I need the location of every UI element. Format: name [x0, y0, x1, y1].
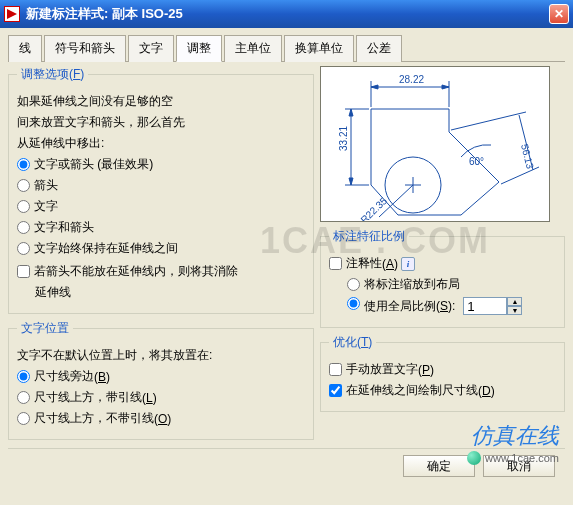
- fine-tuning-legend: 优化(T): [329, 334, 376, 351]
- text-placement-intro: 文字不在默认位置上时，将其放置在:: [17, 347, 305, 364]
- text-placement-group: 文字位置 文字不在默认位置上时，将其放置在: 尺寸线旁边(B) 尺寸线上方，带引…: [8, 320, 314, 440]
- preview-dim-left: 33.21: [338, 126, 349, 151]
- use-overall-scale-radio[interactable]: 使用全局比例(S):: [347, 297, 455, 315]
- preview-dim-diag: 56.13: [519, 143, 536, 170]
- text-over-noleader-radio[interactable]: 尺寸线上方，不带引线(O): [17, 410, 305, 427]
- tab-fit[interactable]: 调整: [176, 35, 222, 62]
- text-placement-legend: 文字位置: [17, 320, 73, 337]
- fit-radio-either[interactable]: 文字或箭头 (最佳效果): [17, 156, 305, 173]
- text-over-leader-radio[interactable]: 尺寸线上方，带引线(L): [17, 389, 305, 406]
- tab-primary-units[interactable]: 主单位: [224, 35, 282, 62]
- ok-button[interactable]: 确定: [403, 455, 475, 477]
- logo-url: www.1cae.com: [467, 451, 559, 465]
- scale-to-layout-radio[interactable]: 将标注缩放到布局: [347, 276, 556, 293]
- tab-alt-units[interactable]: 换算单位: [284, 35, 354, 62]
- scale-up-icon[interactable]: ▲: [507, 297, 522, 306]
- preview-dim-radius: R22.35: [358, 195, 389, 221]
- tab-tolerances[interactable]: 公差: [356, 35, 402, 62]
- fit-radio-text[interactable]: 文字: [17, 198, 305, 215]
- annotative-checkbox[interactable]: 注释性(A)i: [329, 255, 556, 272]
- overall-scale-input[interactable]: [463, 297, 507, 315]
- fit-suppress-arrows-line2: 延伸线: [35, 284, 305, 301]
- draw-dimline-checkbox[interactable]: 在延伸线之间绘制尺寸线(D): [329, 382, 556, 399]
- dimension-preview: 28.22 33.21 60° 56.13 R22.35: [320, 66, 550, 222]
- window-title: 新建标注样式: 副本 ISO-25: [26, 5, 549, 23]
- logo-box: 仿真在线 www.1cae.com: [467, 421, 559, 465]
- fine-tuning-group: 优化(T) 手动放置文字(P) 在延伸线之间绘制尺寸线(D): [320, 334, 565, 412]
- preview-dim-top: 28.22: [399, 74, 424, 85]
- tab-lines[interactable]: 线: [8, 35, 42, 62]
- tab-strip: 线 符号和箭头 文字 调整 主单位 换算单位 公差: [8, 34, 565, 62]
- title-bar: 新建标注样式: 副本 ISO-25 ✕: [0, 0, 573, 28]
- fit-radio-both[interactable]: 文字和箭头: [17, 219, 305, 236]
- globe-icon: [467, 451, 481, 465]
- text-beside-radio[interactable]: 尺寸线旁边(B): [17, 368, 305, 385]
- preview-dim-angle: 60°: [469, 156, 484, 167]
- close-icon[interactable]: ✕: [549, 4, 569, 24]
- fit-radio-arrows[interactable]: 箭头: [17, 177, 305, 194]
- info-icon[interactable]: i: [401, 257, 415, 271]
- scale-features-legend: 标注特征比例: [329, 228, 409, 245]
- tab-symbols-arrows[interactable]: 符号和箭头: [44, 35, 126, 62]
- fit-intro-1: 如果延伸线之间没有足够的空: [17, 93, 305, 110]
- fit-options-legend: 调整选项(F): [17, 66, 88, 83]
- scale-down-icon[interactable]: ▼: [507, 306, 522, 315]
- fit-intro-2: 间来放置文字和箭头，那么首先: [17, 114, 305, 131]
- manual-text-checkbox[interactable]: 手动放置文字(P): [329, 361, 556, 378]
- fit-radio-always-inside[interactable]: 文字始终保持在延伸线之间: [17, 240, 305, 257]
- fit-suppress-arrows-checkbox[interactable]: 若箭头不能放在延伸线内，则将其消除: [17, 263, 305, 280]
- fit-options-group: 调整选项(F) 如果延伸线之间没有足够的空 间来放置文字和箭头，那么首先 从延伸…: [8, 66, 314, 314]
- logo-text: 仿真在线: [467, 421, 559, 451]
- scale-features-group: 标注特征比例 注释性(A)i 将标注缩放到布局 使用全局比例(S): ▲▼: [320, 228, 565, 328]
- svg-line-9: [451, 112, 526, 130]
- tab-text[interactable]: 文字: [128, 35, 174, 62]
- app-icon: [4, 6, 20, 22]
- fit-intro-3: 从延伸线中移出:: [17, 135, 305, 152]
